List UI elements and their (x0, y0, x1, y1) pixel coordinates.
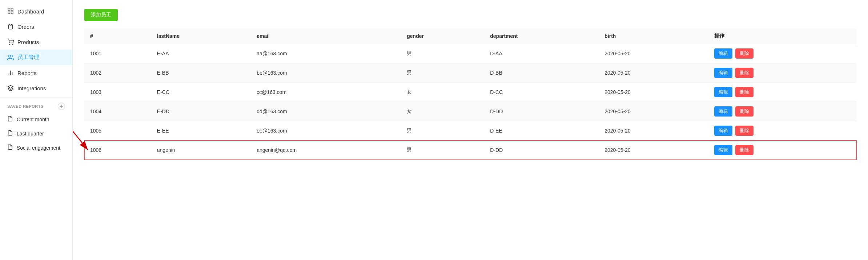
cell-gender: 男 (401, 121, 484, 141)
table-row: 1006angeninangenin@qq.com男D-DD2020-05-20… (84, 141, 856, 160)
table-row: 1002E-BBbb@163.com男D-BB2020-05-20 编辑 删除 (84, 63, 856, 83)
delete-button[interactable]: 删除 (735, 68, 754, 78)
cell-email: ee@163.com (251, 121, 401, 141)
add-saved-report-button[interactable]: + (58, 103, 65, 110)
cell-gender: 女 (401, 102, 484, 121)
saved-report-social-engagement[interactable]: Social engagement (0, 141, 72, 155)
cell-birth: 2020-05-20 (599, 102, 708, 121)
sidebar-item-reports[interactable]: Reports (0, 65, 72, 80)
cell-id: 1001 (84, 44, 151, 63)
cell-id: 1004 (84, 102, 151, 121)
cell-id: 1003 (84, 83, 151, 102)
cell-birth: 2020-05-20 (599, 44, 708, 63)
cell-lastName: E-CC (151, 83, 251, 102)
svg-point-7 (9, 55, 11, 57)
cell-birth: 2020-05-20 (599, 83, 708, 102)
employee-table: #lastNameemailgenderdepartmentbirth操作 10… (84, 28, 856, 160)
svg-marker-11 (8, 86, 13, 88)
cell-email: bb@163.com (251, 63, 401, 83)
cell-gender: 男 (401, 44, 484, 63)
cell-department: D-EE (484, 121, 599, 141)
sidebar-item-dashboard[interactable]: Dashboard (0, 4, 72, 19)
saved-report-label-current-month: Current month (17, 117, 49, 122)
cell-actions: 编辑 删除 (708, 44, 856, 63)
cell-department: D-BB (484, 63, 599, 83)
employee-icon (7, 54, 14, 61)
edit-button[interactable]: 编辑 (714, 126, 732, 136)
edit-button[interactable]: 编辑 (714, 87, 732, 97)
reports-icon (7, 70, 14, 76)
saved-report-last-quarter[interactable]: Last quarter (0, 126, 72, 141)
svg-point-5 (9, 44, 10, 45)
dashboard-icon (7, 8, 14, 15)
svg-rect-1 (11, 9, 13, 11)
cell-gender: 女 (401, 83, 484, 102)
cell-email: aa@163.com (251, 44, 401, 63)
table-row: 1001E-AAaa@163.com男D-AA2020-05-20 编辑 删除 (84, 44, 856, 63)
cell-lastName: E-AA (151, 44, 251, 63)
cell-lastName: angenin (151, 141, 251, 160)
svg-rect-3 (11, 12, 13, 14)
sidebar-label-dashboard: Dashboard (17, 8, 44, 15)
cell-birth: 2020-05-20 (599, 121, 708, 141)
sidebar-label-employee: 员工管理 (17, 54, 39, 61)
cell-email: angenin@qq.com (251, 141, 401, 160)
sidebar-item-integrations[interactable]: Integrations (0, 80, 72, 96)
col-header-操作: 操作 (708, 28, 856, 44)
col-header-birth: birth (599, 28, 708, 44)
svg-rect-0 (8, 9, 10, 11)
cell-birth: 2020-05-20 (599, 141, 708, 160)
delete-button[interactable]: 删除 (735, 145, 754, 155)
edit-button[interactable]: 编辑 (714, 106, 732, 117)
doc-icon (7, 144, 13, 151)
sidebar-label-integrations: Integrations (17, 85, 46, 91)
cell-lastName: E-DD (151, 102, 251, 121)
cell-actions: 编辑 删除 (708, 102, 856, 121)
delete-button[interactable]: 删除 (735, 87, 754, 97)
integrations-icon (7, 85, 14, 91)
cell-department: D-DD (484, 141, 599, 160)
sidebar-item-orders[interactable]: Orders (0, 19, 72, 34)
col-header-lastName: lastName (151, 28, 251, 44)
svg-rect-4 (10, 24, 12, 25)
cell-birth: 2020-05-20 (599, 63, 708, 83)
cell-actions: 编辑 删除 (708, 121, 856, 141)
saved-report-label-social-engagement: Social engagement (17, 145, 60, 151)
saved-report-label-last-quarter: Last quarter (17, 131, 44, 137)
col-header-gender: gender (401, 28, 484, 44)
edit-button[interactable]: 编辑 (714, 48, 732, 59)
cell-department: D-CC (484, 83, 599, 102)
cell-actions: 编辑 删除 (708, 83, 856, 102)
sidebar-item-employee[interactable]: 员工管理 (0, 50, 72, 65)
table-wrapper: #lastNameemailgenderdepartmentbirth操作 10… (84, 28, 856, 160)
cell-id: 1006 (84, 141, 151, 160)
sidebar-item-products[interactable]: Products (0, 34, 72, 50)
cell-actions: 编辑 删除 (708, 141, 856, 160)
orders-icon (7, 23, 14, 30)
col-header-#: # (84, 28, 151, 44)
cell-lastName: E-EE (151, 121, 251, 141)
cell-email: cc@163.com (251, 83, 401, 102)
delete-button[interactable]: 删除 (735, 48, 754, 59)
cell-id: 1002 (84, 63, 151, 83)
table-row: 1005E-EEee@163.com男D-EE2020-05-20 编辑 删除 (84, 121, 856, 141)
cell-gender: 男 (401, 63, 484, 83)
delete-button[interactable]: 删除 (735, 106, 754, 117)
saved-report-current-month[interactable]: Current month (0, 112, 72, 126)
svg-point-6 (12, 44, 13, 45)
edit-button[interactable]: 编辑 (714, 145, 732, 155)
sidebar-divider (0, 97, 72, 98)
col-header-department: department (484, 28, 599, 44)
table-row: 1004E-DDdd@163.com女D-DD2020-05-20 编辑 删除 (84, 102, 856, 121)
add-employee-button[interactable]: 添加员工 (84, 9, 118, 21)
cell-department: D-DD (484, 102, 599, 121)
sidebar-label-reports: Reports (17, 70, 37, 76)
col-header-email: email (251, 28, 401, 44)
delete-button[interactable]: 删除 (735, 126, 754, 136)
doc-icon (7, 116, 13, 123)
doc-icon (7, 130, 13, 137)
edit-button[interactable]: 编辑 (714, 68, 732, 78)
cell-gender: 男 (401, 141, 484, 160)
sidebar-label-orders: Orders (17, 24, 34, 30)
saved-reports-header: SAVED REPORTS + (0, 99, 72, 112)
